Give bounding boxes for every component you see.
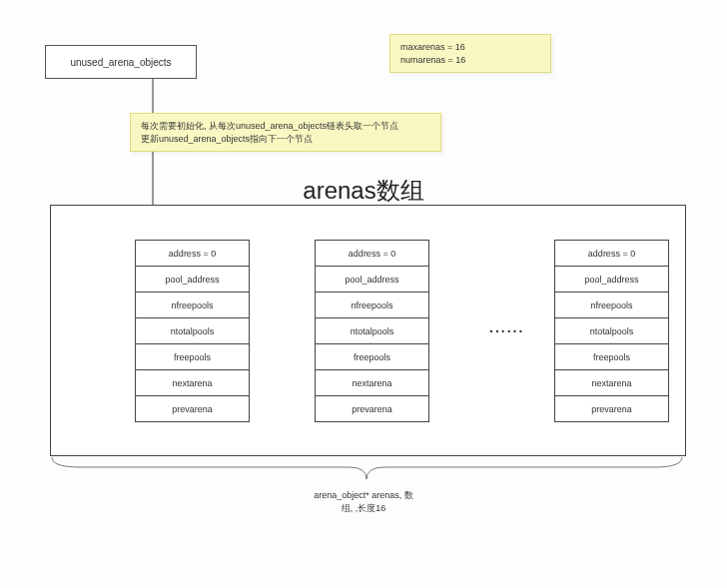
field-pool-address: pool_address <box>554 267 669 293</box>
field-ntotalpools: ntotalpools <box>315 318 429 344</box>
array-brace <box>50 457 684 482</box>
field-prevarena: prevarena <box>554 396 669 422</box>
field-ntotalpools: ntotalpools <box>554 318 669 344</box>
arena-object-n: address = 0 pool_address nfreepools ntot… <box>554 240 669 422</box>
caption-line-2: 组, ,长度16 <box>0 502 727 515</box>
field-nfreepools: nfreepools <box>135 293 250 318</box>
field-nfreepools: nfreepools <box>554 293 669 318</box>
ellipsis: ...... <box>489 319 524 335</box>
maxarenas-line: maxarenas = 16 <box>400 41 540 54</box>
field-pool-address: pool_address <box>135 267 250 293</box>
field-address: address = 0 <box>135 240 250 267</box>
field-address: address = 0 <box>554 240 669 267</box>
unused-arena-objects-label: unused_arena_objects <box>70 57 171 68</box>
arenas-array-title: arenas数组 <box>0 175 727 207</box>
field-freepools: freepools <box>135 344 250 370</box>
field-prevarena: prevarena <box>135 396 250 422</box>
array-caption: arena_object* arenas, 数 组, ,长度16 <box>0 489 727 514</box>
field-nextarena: nextarena <box>135 370 250 396</box>
field-pool-address: pool_address <box>315 267 429 293</box>
field-nextarena: nextarena <box>554 370 669 396</box>
desc-line-2: 更新unused_arena_objects指向下一个节点 <box>141 133 430 146</box>
numarenas-line: numarenas = 16 <box>400 54 540 67</box>
field-freepools: freepools <box>554 344 669 370</box>
field-ntotalpools: ntotalpools <box>135 318 250 344</box>
field-freepools: freepools <box>315 344 429 370</box>
arena-object-1: address = 0 pool_address nfreepools ntot… <box>315 240 429 422</box>
field-nextarena: nextarena <box>315 370 429 396</box>
desc-line-1: 每次需要初始化, 从每次unused_arena_objects链表头取一个节点 <box>141 120 430 133</box>
arena-object-0: address = 0 pool_address nfreepools ntot… <box>135 240 250 422</box>
description-note: 每次需要初始化, 从每次unused_arena_objects链表头取一个节点… <box>130 113 441 152</box>
unused-arena-objects-box: unused_arena_objects <box>45 45 197 79</box>
field-prevarena: prevarena <box>315 396 429 422</box>
field-address: address = 0 <box>315 240 429 267</box>
caption-line-1: arena_object* arenas, 数 <box>0 489 727 502</box>
variables-note: maxarenas = 16 numarenas = 16 <box>389 34 551 73</box>
field-nfreepools: nfreepools <box>315 293 429 318</box>
